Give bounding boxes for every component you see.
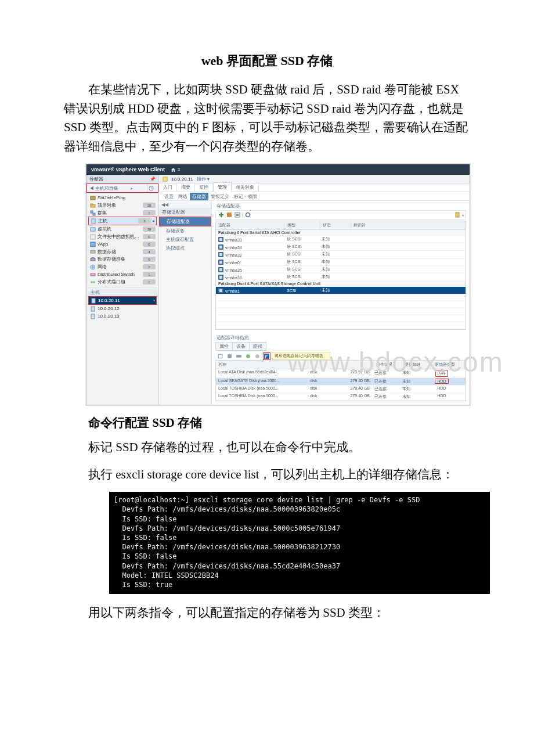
- count-badge: 0: [143, 242, 156, 247]
- detail-tab-properties[interactable]: 属性: [215, 342, 233, 351]
- left2-item-3[interactable]: 协议端点: [159, 244, 211, 253]
- details-tabs: 属性 设备 路径: [215, 342, 466, 351]
- col-type[interactable]: 类型: [285, 221, 320, 229]
- doc-title: web 界面配置 SSD 存储: [64, 52, 470, 70]
- subtab-3[interactable]: 警报定义: [208, 193, 232, 200]
- actions-menu[interactable]: 操作 ▾: [197, 176, 210, 182]
- col-id[interactable]: 标识符: [351, 221, 466, 229]
- subtab-4[interactable]: 标记: [232, 193, 246, 200]
- device-row[interactable]: Local ATA Disk (naa.55cd2e404...disk223.…: [216, 369, 466, 378]
- turn-on-led-icon[interactable]: [244, 352, 252, 360]
- nav-item-template[interactable]: 文件夹中的虚拟机模板0: [88, 233, 157, 240]
- adapter-row[interactable]: vmhba1SCSI未知: [216, 287, 466, 294]
- nav-item-datastore[interactable]: 数据存储4: [88, 248, 157, 255]
- nav-tree: ShiJieHePing 顶层对象20群集1主机3▸虚拟机10文件夹中的虚拟机模…: [86, 193, 158, 321]
- nav-item-dscluster[interactable]: 数据存储群集0: [88, 255, 157, 263]
- subtab-5[interactable]: 权限: [246, 193, 259, 200]
- left2-item-0[interactable]: 存储适配器: [159, 217, 211, 226]
- export-icon[interactable]: [454, 212, 460, 218]
- left2-item-2[interactable]: 主机缓存配置: [159, 235, 211, 244]
- rename-icon[interactable]: [235, 352, 243, 360]
- tab-0[interactable]: 入门: [159, 183, 177, 192]
- count-badge: 10: [143, 226, 156, 232]
- adapter-row[interactable]: vmhba32块 SCSI未知: [216, 251, 466, 258]
- svg-rect-22: [227, 213, 232, 217]
- sub-tabs: 设置网络存储器警报定义标记权限: [159, 192, 470, 201]
- navigator-panel: 导航器 📌 ◀ 主机和群集 ▸ ShiJieHePing 顶层对象20群集1主机…: [86, 175, 159, 405]
- detail-tab-devices[interactable]: 设备: [233, 342, 250, 351]
- refresh-icon[interactable]: [244, 212, 251, 218]
- history-button[interactable]: [147, 185, 156, 192]
- adapter-row[interactable]: vmhba33块 SCSI未知: [216, 236, 466, 243]
- svg-rect-9: [91, 242, 95, 247]
- devices-table: 名称 操作状况 硬件加速 驱动器类型 Local ATA Disk (naa.5…: [215, 360, 466, 401]
- subtab-0[interactable]: 设置: [162, 193, 176, 200]
- host-item[interactable]: 10.0.20.13: [88, 312, 157, 320]
- device-row[interactable]: Local TOSHIBA Disk (naa.5000...disk279.4…: [216, 386, 466, 393]
- nav-item-folder[interactable]: 顶层对象20: [88, 201, 157, 209]
- mark-as-flash-icon[interactable]: F 将所选磁盘标记为闪存磁盘。: [263, 352, 270, 360]
- home-button[interactable]: ≡: [171, 167, 181, 172]
- rescan-adapter-icon[interactable]: [234, 212, 240, 218]
- pin-icon[interactable]: 📌: [150, 177, 156, 182]
- nav-item-network[interactable]: 网络2: [88, 263, 157, 271]
- adapter-row[interactable]: vmhba34块 SCSI未知: [216, 243, 466, 251]
- adapters-table: 适配器 类型 状态 标识符 Patsburg 6 Port Serial ATA…: [215, 221, 466, 330]
- add-icon[interactable]: [218, 212, 224, 218]
- tab-4[interactable]: 相关对象: [232, 183, 259, 192]
- devices-toolbar: F 将所选磁盘标记为闪存磁盘。 ▾: [215, 352, 466, 360]
- rescan-all-icon[interactable]: [226, 212, 232, 218]
- detail-tab-paths[interactable]: 路径: [250, 342, 266, 351]
- nav-item-cluster[interactable]: 群集1: [88, 209, 157, 217]
- dcol-dtype[interactable]: 驱动器类型: [431, 361, 459, 369]
- subtab-1[interactable]: 网络: [176, 193, 190, 200]
- svg-rect-19: [91, 307, 95, 311]
- svg-rect-21: [163, 177, 167, 181]
- tab-2[interactable]: 监控: [195, 183, 213, 192]
- dcol-size[interactable]: [337, 361, 374, 369]
- tab-1[interactable]: 摘要: [177, 183, 195, 192]
- nav-item-dvs[interactable]: Distributed Switch1: [88, 271, 157, 278]
- count-badge: 1: [143, 279, 156, 285]
- svg-rect-1: [91, 196, 95, 200]
- dcol-op[interactable]: 操作状况: [374, 361, 402, 369]
- turn-off-led-icon[interactable]: [254, 352, 261, 360]
- dcol-acc[interactable]: 硬件加速: [402, 361, 431, 369]
- dcol-type[interactable]: [308, 361, 337, 369]
- portgroup-icon: [89, 279, 96, 285]
- nav-root[interactable]: ShiJieHePing: [88, 194, 157, 201]
- adapter-row[interactable]: vmhba36块 SCSI未知: [216, 273, 466, 281]
- svg-rect-27: [219, 238, 222, 241]
- col-adapter[interactable]: 适配器: [216, 221, 285, 229]
- detach-icon[interactable]: [226, 352, 233, 360]
- nav-item-host[interactable]: 主机3▸: [88, 217, 157, 225]
- tab-3[interactable]: 管理: [213, 182, 232, 192]
- dcol-name[interactable]: 名称: [216, 361, 308, 369]
- doc-para-1: 在某些情况下，比如两块 SSD 硬盘做 raid 后，SSD raid 卷可能被…: [64, 80, 470, 156]
- svg-rect-33: [219, 289, 222, 292]
- adapter-icon: [218, 275, 223, 280]
- svg-rect-31: [219, 268, 222, 271]
- device-row[interactable]: Local TOSHIBA Disk (naa.5000...disk279.4…: [216, 393, 466, 401]
- count-badge: 3: [138, 218, 151, 224]
- vapp-icon: [89, 242, 96, 247]
- device-row[interactable]: Local SEAGATE Disk (naa.5000...disk279.4…: [216, 378, 466, 386]
- adapter-row[interactable]: vmhba0块 SCSI未知: [216, 258, 466, 266]
- svg-rect-34: [218, 354, 222, 358]
- nav-item-vapp[interactable]: vApp0: [88, 240, 157, 248]
- nav-item-portgroup[interactable]: 分布式端口组1: [88, 278, 157, 286]
- vsphere-screenshot: vmware® vSphere Web Client ≡ 导航器 📌 ◀ 主机和…: [86, 164, 470, 405]
- svg-rect-20: [91, 314, 95, 319]
- subtab-2[interactable]: 存储器: [190, 193, 208, 200]
- col-status[interactable]: 状态: [320, 221, 351, 229]
- collapse-handle[interactable]: ◀◀: [159, 201, 211, 208]
- count-badge: 0: [143, 234, 156, 239]
- nav-back-row[interactable]: ◀ 主机和群集 ▸: [86, 183, 158, 193]
- host-item[interactable]: 10.0.20.11›: [88, 296, 157, 305]
- left2-title: 存储适配器: [159, 208, 211, 217]
- adapter-row[interactable]: vmhba35块 SCSI未知: [216, 266, 466, 273]
- attach-icon[interactable]: [217, 352, 224, 360]
- nav-item-vm[interactable]: 虚拟机10: [88, 225, 157, 233]
- left2-item-1[interactable]: 存储设备: [159, 226, 211, 235]
- host-item[interactable]: 10.0.20.12: [88, 305, 157, 312]
